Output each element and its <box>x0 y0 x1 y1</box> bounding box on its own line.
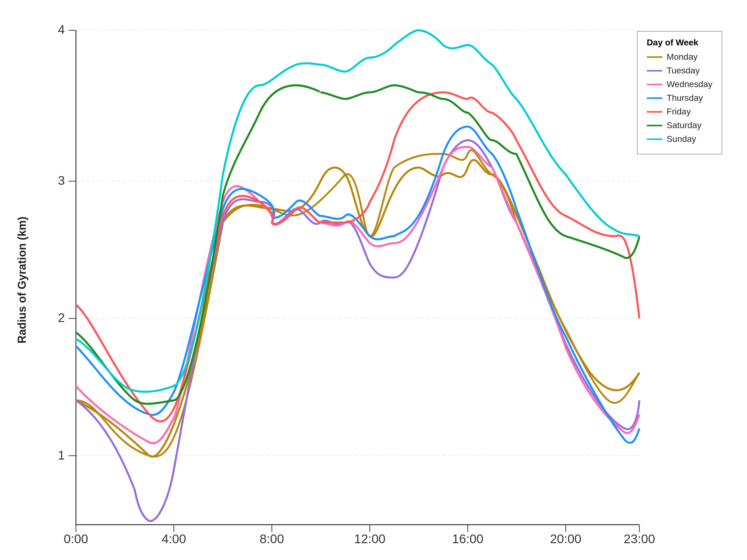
monday-legend-line <box>647 56 662 58</box>
legend-item-friday: Friday <box>647 107 713 117</box>
x-tick-12: 12:00 <box>354 532 386 546</box>
wednesday-legend-line <box>647 84 662 85</box>
x-tick-0: 0:00 <box>64 532 88 546</box>
legend-item-tuesday: Tuesday <box>647 65 713 76</box>
sunday-label: Sunday <box>667 134 696 144</box>
y-axis-label: Radius of Gyration (km) <box>16 216 29 344</box>
legend-item-wednesday: Wednesday <box>647 79 713 89</box>
x-tick-8: 8:00 <box>260 532 284 546</box>
friday-legend-line <box>647 111 662 113</box>
y-tick-2: 2 <box>58 311 65 325</box>
sunday-legend-line <box>647 138 662 140</box>
x-tick-16: 16:00 <box>452 532 484 546</box>
thursday-label: Thursday <box>667 93 703 103</box>
legend-item-saturday: Saturday <box>647 121 713 130</box>
chart-container: Radius of Gyration (km) <box>16 16 731 544</box>
saturday-label: Saturday <box>667 121 701 130</box>
thursday-line <box>76 127 639 443</box>
tuesday-label: Tuesday <box>667 65 700 76</box>
legend-item-thursday: Thursday <box>647 93 713 103</box>
tuesday-legend-line <box>647 70 662 72</box>
monday-label: Monday <box>667 52 698 62</box>
saturday-legend-line <box>647 125 662 126</box>
friday-line <box>76 92 639 422</box>
thursday-legend-line <box>647 97 662 99</box>
chart-svg: 4 3 2 1 0:00 4:00 8:00 12:00 16:00 20:00 <box>32 16 731 560</box>
x-tick-4: 4:00 <box>162 532 186 546</box>
legend: Day of Week Monday Tuesday Wednesday <box>637 31 722 154</box>
y-tick-1: 1 <box>58 448 65 462</box>
saturday-line <box>76 85 639 404</box>
x-tick-20: 20:00 <box>550 532 582 546</box>
legend-item-monday: Monday <box>647 52 713 62</box>
tuesday-line <box>76 140 639 521</box>
y-tick-3: 3 <box>58 174 65 188</box>
chart-area: 4 3 2 1 0:00 4:00 8:00 12:00 16:00 20:00 <box>32 16 731 560</box>
friday-label: Friday <box>667 107 691 117</box>
legend-title: Day of Week <box>647 38 713 48</box>
y-tick-4: 4 <box>58 23 65 37</box>
x-tick-23: 23:00 <box>624 532 655 546</box>
wednesday-label: Wednesday <box>667 79 713 89</box>
legend-item-sunday: Sunday <box>647 134 713 144</box>
